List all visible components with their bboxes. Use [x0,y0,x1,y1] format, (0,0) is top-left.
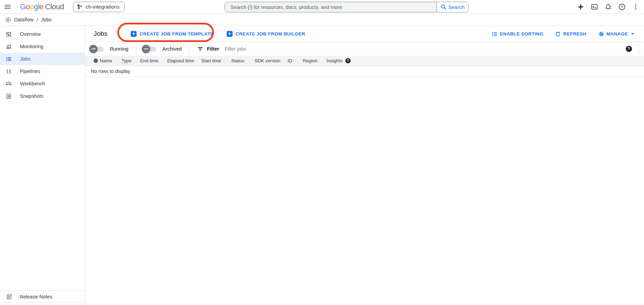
notifications-bell-icon[interactable] [601,0,615,14]
archived-toggle[interactable]: Archived [144,46,182,52]
sidebar-item-monitoring[interactable]: Monitoring [0,40,85,53]
logo-cloud-text: Cloud [45,2,64,11]
main-content: Jobs + CREATE JOB FROM TEMPLATE + CREATE… [85,26,644,305]
filter-icon [197,46,203,52]
column-header-type: Type [121,58,140,63]
breadcrumb: Dataflow / Jobs [0,14,644,26]
create-job-from-builder-button[interactable]: + CREATE JOB FROM BUILDER [227,31,305,37]
logo-letter: o [30,2,34,11]
gemini-sparkle-icon[interactable] [574,0,588,14]
sidebar-item-snapshots[interactable]: Snapshots [0,90,85,102]
search-input[interactable] [225,2,437,12]
sidebar-item-label: Snapshots [20,93,44,99]
sidebar-item-label: Release Notes [20,294,52,299]
search-icon [441,4,447,10]
toggle-label: Archived [162,46,182,52]
breadcrumb-current-page: Jobs [41,17,52,22]
filter-label: Filter [207,46,219,52]
page-toolbar: ENABLE SORTING REFRESH MANAGE [492,26,644,42]
search-button-label: Search [448,4,465,10]
svg-text:?: ? [621,5,623,9]
refresh-button[interactable]: REFRESH [555,31,586,37]
running-toggle[interactable]: Running [91,46,128,52]
breadcrumb-separator: / [36,17,38,22]
cloud-shell-icon[interactable] [588,0,601,14]
hamburger-menu-button[interactable] [1,0,14,14]
button-label: CREATE JOB FROM BUILDER [236,31,305,36]
jobs-list-icon [6,56,12,62]
pipelines-icon [6,69,12,74]
jobs-table-header: Name Type End time Elapsed time Start ti… [85,56,644,66]
create-job-from-template-button[interactable]: + CREATE JOB FROM TEMPLATE [131,31,214,37]
google-cloud-logo[interactable]: Google Cloud [20,2,64,11]
project-icon [77,4,83,10]
sidebar-item-jobs[interactable]: Jobs [0,53,85,65]
column-header-elapsed-time: Elapsed time [167,58,201,63]
overview-icon [6,31,12,37]
column-header-id: ID [288,58,303,63]
column-header-insights: Insights [326,58,343,63]
toggle-label: Running [110,46,128,52]
divider [136,44,136,53]
breadcrumb-product[interactable]: Dataflow [14,17,33,22]
column-header-sdk-version: SDK version [255,58,288,63]
column-header-start-time: Start time [201,58,231,63]
snapshots-icon [6,93,12,99]
page-title: Jobs [94,30,107,38]
logo-letter: g [34,2,38,11]
sidebar-item-workbench[interactable]: Workbench [0,77,85,90]
sort-list-icon [492,31,498,37]
logo-letter: G [20,2,26,11]
toggle-switch-icon [91,46,104,52]
logo-letter: e [39,2,43,11]
button-label: MANAGE [607,31,628,36]
page-header: Jobs + CREATE JOB FROM TEMPLATE + CREATE… [85,26,644,42]
gear-icon [598,31,604,37]
toggle-switch-icon [144,46,156,52]
help-icon[interactable]: ? [615,0,629,14]
empty-message-text: No rows to display [91,69,130,74]
sidebar-item-overview[interactable]: Overview [0,28,85,40]
sidebar-item-label: Jobs [20,56,31,62]
divider [638,44,638,53]
column-header-name: Name [100,58,121,63]
button-label: REFRESH [563,31,586,36]
sidebar-item-label: Workbench [20,81,45,86]
table-help-icon[interactable]: ? [626,46,632,52]
plus-icon: + [131,31,137,37]
more-vertical-icon[interactable] [629,0,643,14]
enable-sorting-button[interactable]: ENABLE SORTING [492,31,543,37]
monitoring-icon [6,44,12,50]
sidebar-item-label: Monitoring [20,44,43,49]
refresh-icon [555,31,561,37]
sidebar-item-label: Overview [20,31,41,37]
plus-icon: + [227,31,233,37]
status-indicator-icon [94,59,98,63]
hamburger-icon [4,4,11,10]
project-selector[interactable]: ch-integrations [73,2,125,12]
release-notes-icon [6,294,12,300]
column-header-end-time: End time [140,58,167,63]
button-label: ENABLE SORTING [500,31,543,36]
global-search-bar: Search [225,2,469,12]
sidebar-item-release-notes[interactable]: Release Notes [0,291,85,303]
sidebar-item-label: Pipelines [20,69,40,74]
filter-button[interactable]: Filter [197,46,219,52]
workbench-icon [6,81,12,87]
column-header-status: Status [231,58,255,63]
top-app-bar: Google Cloud ch-integrations Search [0,0,644,14]
topbar-utility-icons: ? [574,0,643,14]
empty-table-message: No rows to display [85,66,644,77]
divider [189,44,190,53]
search-button[interactable]: Search [437,2,468,12]
sidebar-nav: Overview Monitoring Jobs [0,26,85,305]
manage-button[interactable]: MANAGE [598,31,634,37]
dataflow-product-icon [5,17,11,23]
filter-row: Running Archived Filter ? [85,42,644,56]
column-header-region: Region [303,58,326,63]
insights-help-icon[interactable]: ? [345,58,351,63]
chevron-down-icon [631,33,634,35]
sidebar-item-pipelines[interactable]: Pipelines [0,65,85,77]
button-label: CREATE JOB FROM TEMPLATE [140,31,214,36]
filter-jobs-input[interactable] [225,46,335,52]
